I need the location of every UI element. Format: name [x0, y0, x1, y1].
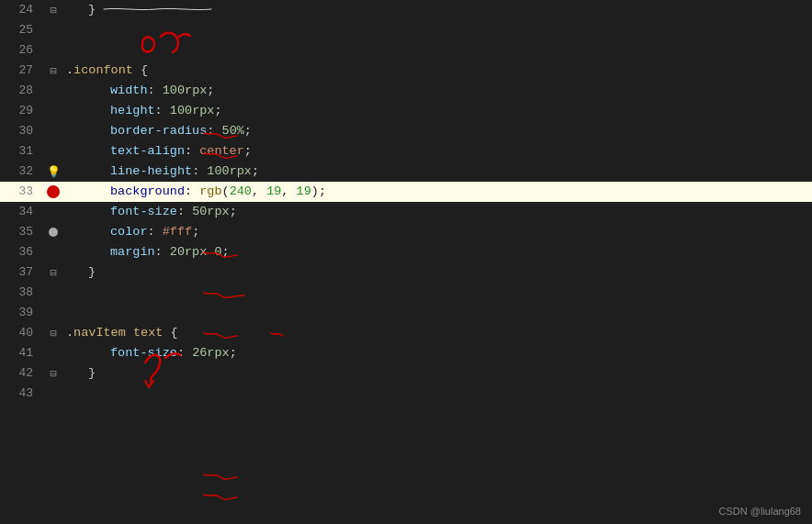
line-number: 35 [0, 222, 44, 242]
line-number: 25 [0, 20, 44, 40]
code-editor: 24⊟}252627⊟.iconfont {28width: 100rpx;29… [0, 0, 812, 524]
code-line: 37⊟} [0, 262, 812, 283]
line-content: height: 100rpx; [62, 101, 812, 121]
line-content: width: 100rpx; [62, 81, 812, 101]
line-content: } [62, 0, 812, 20]
line-content: line-height: 100rpx; [62, 162, 812, 182]
code-line: 32💡line-height: 100rpx; [0, 162, 812, 182]
code-line: 29height: 100rpx; [0, 101, 812, 121]
line-content: color: #fff; [62, 222, 812, 242]
line-content [62, 40, 812, 61]
code-line: 36margin: 20rpx 0; [0, 242, 812, 262]
code-line: 30border-radius: 50%; [0, 121, 812, 141]
line-number: 38 [0, 283, 44, 303]
line-content: } [62, 262, 812, 283]
code-line: 41font-size: 26rpx; [0, 343, 812, 363]
editor-wrapper: 24⊟}252627⊟.iconfont {28width: 100rpx;29… [0, 0, 812, 524]
line-number: 43 [0, 384, 44, 404]
line-content [62, 384, 812, 404]
line-number: 28 [0, 81, 44, 101]
code-area: 24⊟}252627⊟.iconfont {28width: 100rpx;29… [0, 0, 812, 524]
line-content: background: rgb(240, 19, 19); [62, 182, 812, 202]
line-content: font-size: 26rpx; [62, 343, 812, 363]
line-content: margin: 20rpx 0; [62, 242, 812, 262]
fold-icon[interactable]: ⊟ [50, 64, 56, 78]
code-line: 26 [0, 40, 812, 61]
line-content [62, 20, 812, 40]
line-content: .iconfont { [62, 61, 812, 81]
code-line: 43 [0, 384, 812, 404]
line-content: } [62, 363, 812, 384]
line-number: 41 [0, 343, 44, 363]
fold-icon[interactable]: ⊟ [50, 367, 56, 381]
fold-icon[interactable]: ⊟ [50, 266, 56, 280]
code-line: 40⊟.navItem text { [0, 323, 812, 343]
line-number: 27 [0, 61, 44, 81]
code-line: 35color: #fff; [0, 222, 812, 242]
code-line: 42⊟} [0, 363, 812, 384]
code-line: 33background: rgb(240, 19, 19); [0, 182, 812, 202]
code-line: 38 [0, 283, 812, 303]
code-line: 39 [0, 303, 812, 323]
debug-dot-icon [49, 228, 58, 237]
line-number: 39 [0, 303, 44, 323]
line-number: 31 [0, 141, 44, 162]
line-content [62, 303, 812, 323]
code-line: 31text-align: center; [0, 141, 812, 162]
line-number: 33 [0, 182, 44, 202]
line-number: 36 [0, 242, 44, 262]
line-number: 24 [0, 0, 44, 20]
line-number: 30 [0, 121, 44, 141]
line-content: .navItem text { [62, 323, 812, 343]
line-number: 29 [0, 101, 44, 121]
line-number: 26 [0, 40, 44, 61]
code-line: 27⊟.iconfont { [0, 61, 812, 81]
fold-icon[interactable]: ⊟ [50, 4, 56, 17]
line-content: text-align: center; [62, 141, 812, 162]
line-number: 34 [0, 202, 44, 222]
lightbulb-icon[interactable]: 💡 [47, 165, 61, 179]
code-line: 28width: 100rpx; [0, 81, 812, 101]
line-content: border-radius: 50%; [62, 121, 812, 141]
line-number: 42 [0, 363, 44, 384]
code-line: 25 [0, 20, 812, 40]
line-number: 32 [0, 162, 44, 182]
watermark: CSDN @liulang68 [719, 506, 801, 517]
code-line: 34font-size: 50rpx; [0, 202, 812, 222]
line-content: font-size: 50rpx; [62, 202, 812, 222]
breakpoint-icon[interactable] [47, 185, 60, 198]
line-number: 40 [0, 323, 44, 343]
code-line: 24⊟} [0, 0, 812, 20]
fold-icon[interactable]: ⊟ [50, 327, 56, 340]
line-content [62, 283, 812, 303]
line-number: 37 [0, 262, 44, 283]
